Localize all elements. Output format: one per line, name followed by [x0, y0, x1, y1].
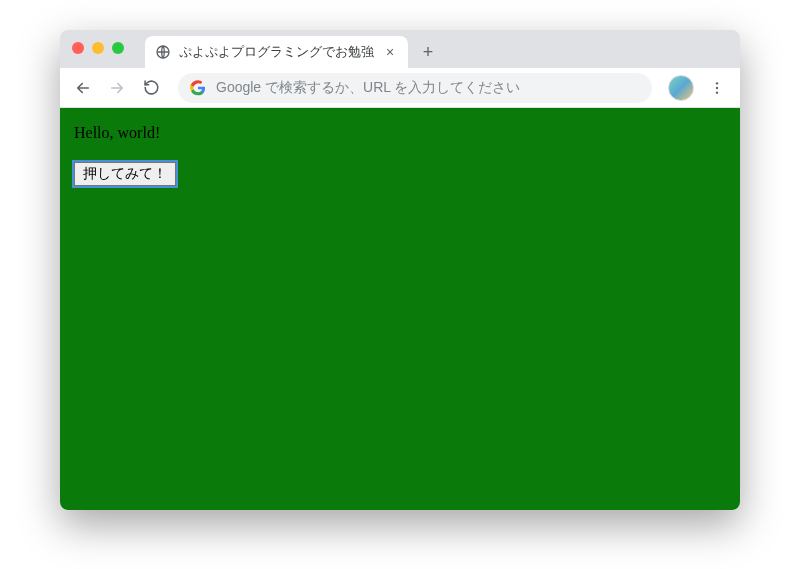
greeting-text: Hello, world! — [74, 124, 726, 142]
tab-title: ぷよぷよプログラミングでお勉強 — [179, 44, 374, 61]
close-window-button[interactable] — [72, 42, 84, 54]
back-button[interactable] — [68, 73, 98, 103]
google-icon — [190, 80, 206, 96]
window-controls — [72, 42, 124, 54]
svg-point-1 — [716, 82, 718, 84]
globe-icon — [155, 44, 171, 60]
address-bar[interactable]: Google で検索するか、URL を入力してください — [178, 73, 652, 103]
maximize-window-button[interactable] — [112, 42, 124, 54]
toolbar: Google で検索するか、URL を入力してください — [60, 68, 740, 108]
try-press-button[interactable]: 押してみて！ — [74, 162, 176, 186]
close-tab-button[interactable]: × — [382, 44, 398, 60]
minimize-window-button[interactable] — [92, 42, 104, 54]
browser-window: ぷよぷよプログラミングでお勉強 × + Google で検索するか、URL を入 — [60, 30, 740, 510]
svg-point-3 — [716, 91, 718, 93]
page-viewport: Hello, world! 押してみて！ — [60, 108, 740, 510]
titlebar: ぷよぷよプログラミングでお勉強 × + — [60, 30, 740, 68]
svg-point-2 — [716, 86, 718, 88]
new-tab-button[interactable]: + — [414, 38, 442, 66]
address-placeholder: Google で検索するか、URL を入力してください — [216, 79, 640, 97]
reload-button[interactable] — [136, 73, 166, 103]
profile-avatar[interactable] — [668, 75, 694, 101]
forward-button[interactable] — [102, 73, 132, 103]
menu-button[interactable] — [702, 73, 732, 103]
browser-tab[interactable]: ぷよぷよプログラミングでお勉強 × — [145, 36, 408, 68]
